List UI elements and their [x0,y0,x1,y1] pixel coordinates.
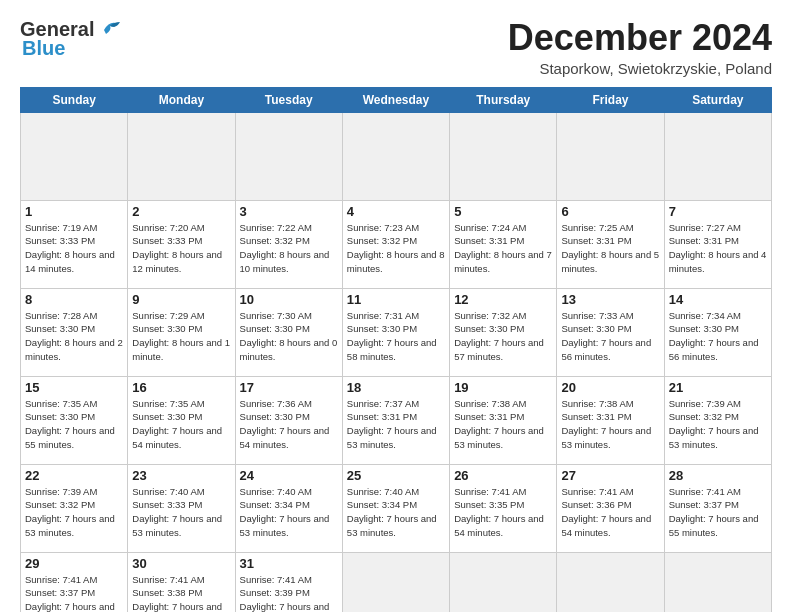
col-monday: Monday [128,87,235,112]
main-title: December 2024 [508,18,772,58]
table-cell-8: 8 Sunrise: 7:28 AMSunset: 3:30 PMDayligh… [21,288,128,376]
table-row: 8 Sunrise: 7:28 AMSunset: 3:30 PMDayligh… [21,288,772,376]
table-cell-31: 31 Sunrise: 7:41 AMSunset: 3:39 PMDaylig… [235,552,342,612]
table-cell-empty [128,112,235,200]
table-cell-empty [342,552,449,612]
header: General Blue December 2024 Staporkow, Sw… [20,18,772,77]
table-cell-9: 9 Sunrise: 7:29 AMSunset: 3:30 PMDayligh… [128,288,235,376]
col-saturday: Saturday [664,87,771,112]
table-cell-15: 15 Sunrise: 7:35 AMSunset: 3:30 PMDaylig… [21,376,128,464]
table-row: 1 Sunrise: 7:19 AMSunset: 3:33 PMDayligh… [21,200,772,288]
table-cell-4: 4 Sunrise: 7:23 AMSunset: 3:32 PMDayligh… [342,200,449,288]
table-cell-13: 13 Sunrise: 7:33 AMSunset: 3:30 PMDaylig… [557,288,664,376]
calendar-header-row: Sunday Monday Tuesday Wednesday Thursday… [21,87,772,112]
table-cell-7: 7 Sunrise: 7:27 AMSunset: 3:31 PMDayligh… [664,200,771,288]
table-cell-26: 26 Sunrise: 7:41 AMSunset: 3:35 PMDaylig… [450,464,557,552]
table-cell-3: 3 Sunrise: 7:22 AMSunset: 3:32 PMDayligh… [235,200,342,288]
table-cell-24: 24 Sunrise: 7:40 AMSunset: 3:34 PMDaylig… [235,464,342,552]
table-cell-5: 5 Sunrise: 7:24 AMSunset: 3:31 PMDayligh… [450,200,557,288]
table-cell-empty [342,112,449,200]
table-cell-16: 16 Sunrise: 7:35 AMSunset: 3:30 PMDaylig… [128,376,235,464]
table-cell-empty [664,552,771,612]
table-cell-14: 14 Sunrise: 7:34 AMSunset: 3:30 PMDaylig… [664,288,771,376]
subtitle: Staporkow, Swietokrzyskie, Poland [508,60,772,77]
table-cell-11: 11 Sunrise: 7:31 AMSunset: 3:30 PMDaylig… [342,288,449,376]
table-cell-27: 27 Sunrise: 7:41 AMSunset: 3:36 PMDaylig… [557,464,664,552]
table-row: 22 Sunrise: 7:39 AMSunset: 3:32 PMDaylig… [21,464,772,552]
table-cell-empty [557,552,664,612]
table-cell-empty [235,112,342,200]
table-cell-empty [450,112,557,200]
table-cell-empty [664,112,771,200]
col-friday: Friday [557,87,664,112]
title-block: December 2024 Staporkow, Swietokrzyskie,… [508,18,772,77]
table-cell-empty [450,552,557,612]
table-cell-12: 12 Sunrise: 7:32 AMSunset: 3:30 PMDaylig… [450,288,557,376]
table-cell-20: 20 Sunrise: 7:38 AMSunset: 3:31 PMDaylig… [557,376,664,464]
table-row: 29 Sunrise: 7:41 AMSunset: 3:37 PMDaylig… [21,552,772,612]
table-row [21,112,772,200]
calendar-table: Sunday Monday Tuesday Wednesday Thursday… [20,87,772,612]
table-cell-18: 18 Sunrise: 7:37 AMSunset: 3:31 PMDaylig… [342,376,449,464]
col-sunday: Sunday [21,87,128,112]
table-cell-19: 19 Sunrise: 7:38 AMSunset: 3:31 PMDaylig… [450,376,557,464]
logo: General Blue [20,18,122,60]
table-cell-2: 2 Sunrise: 7:20 AMSunset: 3:33 PMDayligh… [128,200,235,288]
table-cell-29: 29 Sunrise: 7:41 AMSunset: 3:37 PMDaylig… [21,552,128,612]
logo-bird-icon [96,18,122,38]
col-tuesday: Tuesday [235,87,342,112]
logo-blue-text: Blue [22,37,65,60]
table-cell-23: 23 Sunrise: 7:40 AMSunset: 3:33 PMDaylig… [128,464,235,552]
table-cell-1: 1 Sunrise: 7:19 AMSunset: 3:33 PMDayligh… [21,200,128,288]
table-cell-empty [557,112,664,200]
table-cell-empty [21,112,128,200]
table-cell-6: 6 Sunrise: 7:25 AMSunset: 3:31 PMDayligh… [557,200,664,288]
table-cell-10: 10 Sunrise: 7:30 AMSunset: 3:30 PMDaylig… [235,288,342,376]
table-cell-25: 25 Sunrise: 7:40 AMSunset: 3:34 PMDaylig… [342,464,449,552]
table-cell-17: 17 Sunrise: 7:36 AMSunset: 3:30 PMDaylig… [235,376,342,464]
page: General Blue December 2024 Staporkow, Sw… [0,0,792,612]
table-cell-21: 21 Sunrise: 7:39 AMSunset: 3:32 PMDaylig… [664,376,771,464]
table-cell-22: 22 Sunrise: 7:39 AMSunset: 3:32 PMDaylig… [21,464,128,552]
table-row: 15 Sunrise: 7:35 AMSunset: 3:30 PMDaylig… [21,376,772,464]
table-cell-30: 30 Sunrise: 7:41 AMSunset: 3:38 PMDaylig… [128,552,235,612]
col-wednesday: Wednesday [342,87,449,112]
table-cell-28: 28 Sunrise: 7:41 AMSunset: 3:37 PMDaylig… [664,464,771,552]
col-thursday: Thursday [450,87,557,112]
